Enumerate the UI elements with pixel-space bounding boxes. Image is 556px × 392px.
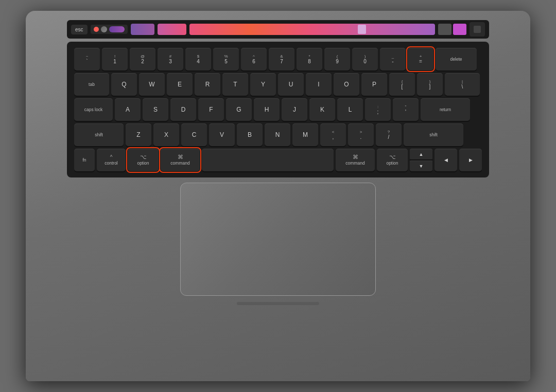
key-a[interactable]: A — [115, 98, 141, 121]
key-option-right[interactable]: ⌥ option — [377, 149, 408, 171]
key-shift-left[interactable]: shift — [74, 123, 124, 146]
key-comma[interactable]: <, — [320, 123, 346, 146]
key-2[interactable]: @2 — [130, 48, 155, 70]
key-4[interactable]: $4 — [185, 48, 211, 70]
key-7[interactable]: &7 — [269, 48, 294, 70]
trackpad[interactable] — [180, 183, 376, 296]
key-8[interactable]: *8 — [297, 48, 322, 70]
key-g[interactable]: G — [226, 98, 252, 121]
key-f[interactable]: F — [198, 98, 224, 121]
key-1[interactable]: !1 — [102, 48, 128, 70]
keyboard-area: ~` !1 @2 #3 $4 %5 ^6 &7 — [67, 42, 489, 177]
key-l[interactable]: L — [337, 98, 363, 121]
key-quote[interactable]: "' — [393, 98, 419, 121]
key-tab[interactable]: tab — [74, 73, 109, 96]
key-p[interactable]: P — [361, 73, 387, 96]
key-space[interactable] — [202, 149, 334, 171]
key-delete[interactable]: delete — [436, 48, 477, 70]
key-y[interactable]: Y — [250, 73, 276, 96]
key-w[interactable]: W — [139, 73, 165, 96]
tb-seg1 — [131, 24, 154, 35]
key-n[interactable]: N — [265, 123, 290, 146]
key-s[interactable]: S — [143, 98, 168, 121]
key-arrow-up[interactable]: ▲ — [410, 149, 432, 159]
key-lbracket[interactable]: {[ — [389, 73, 415, 96]
tb-thumb — [358, 25, 366, 34]
tb-icon — [474, 26, 481, 33]
key-i[interactable]: I — [306, 73, 332, 96]
key-m[interactable]: M — [292, 123, 318, 146]
key-period[interactable]: >. — [348, 123, 374, 146]
key-c[interactable]: C — [181, 123, 207, 146]
tb-slider-icon — [101, 26, 107, 32]
tb-block2 — [453, 24, 466, 35]
key-u[interactable]: U — [278, 73, 304, 96]
key-fn[interactable]: fn — [74, 149, 95, 171]
key-semicolon[interactable]: :; — [365, 98, 391, 121]
tb-small-group — [438, 24, 466, 35]
key-shift-right[interactable]: shift — [404, 123, 463, 146]
tb-controls — [91, 25, 128, 34]
arrow-up-down-column: ▲ ▼ — [410, 149, 432, 171]
asdf-row: caps lock A S D F G H J K L :; "' return — [74, 98, 482, 121]
key-j[interactable]: J — [282, 98, 307, 121]
esc-key[interactable]: esc — [71, 25, 88, 34]
key-b[interactable]: B — [237, 123, 263, 146]
key-arrow-left[interactable]: ◀ — [435, 149, 457, 171]
key-command-left[interactable]: ⌘ command — [161, 149, 200, 171]
bottom-area — [67, 177, 489, 305]
key-r[interactable]: R — [195, 73, 220, 96]
tb-block1 — [438, 24, 451, 35]
zxcv-row: shift Z X C V B N M <, >. ?/ shift — [74, 123, 482, 146]
key-option-left[interactable]: ⌥ option — [128, 149, 159, 171]
tb-seg2 — [158, 24, 186, 35]
key-q[interactable]: Q — [111, 73, 137, 96]
key-capslock[interactable]: caps lock — [74, 98, 113, 121]
tb-right-btn[interactable] — [470, 22, 485, 37]
bottom-bar — [237, 302, 319, 305]
key-t[interactable]: T — [222, 73, 248, 96]
bottom-row: fn ^ control ⌥ option ⌘ command ⌘ comm — [74, 149, 482, 171]
key-control[interactable]: ^ control — [97, 149, 126, 171]
key-backslash[interactable]: |\ — [445, 73, 480, 96]
key-5[interactable]: %5 — [213, 48, 239, 70]
key-9[interactable]: (9 — [324, 48, 350, 70]
key-v[interactable]: V — [209, 123, 235, 146]
key-rbracket[interactable]: }] — [417, 73, 443, 96]
key-plus-equals[interactable]: += — [408, 48, 433, 70]
key-z[interactable]: Z — [126, 123, 151, 146]
tb-gradient-pill — [109, 26, 125, 32]
key-slash[interactable]: ?/ — [376, 123, 402, 146]
key-x[interactable]: X — [153, 123, 179, 146]
key-o[interactable]: O — [334, 73, 359, 96]
key-d[interactable]: D — [170, 98, 196, 121]
key-e[interactable]: E — [167, 73, 193, 96]
touch-bar: esc — [67, 20, 489, 39]
key-return[interactable]: return — [421, 98, 470, 121]
key-6[interactable]: ^6 — [241, 48, 267, 70]
key-grave[interactable]: ~` — [74, 48, 100, 70]
key-command-right[interactable]: ⌘ command — [336, 149, 375, 171]
qwerty-row: tab Q W E R T Y U I O P {[ }] |\ — [74, 73, 482, 96]
key-minus[interactable]: _- — [380, 48, 406, 70]
number-row: ~` !1 @2 #3 $4 %5 ^6 &7 — [74, 48, 482, 70]
key-h[interactable]: H — [254, 98, 280, 121]
key-3[interactable]: #3 — [158, 48, 183, 70]
tb-red-dot — [94, 27, 99, 32]
tb-main-gradient — [189, 24, 435, 35]
key-0[interactable]: )0 — [352, 48, 378, 70]
key-arrow-down[interactable]: ▼ — [410, 161, 432, 171]
key-k[interactable]: K — [309, 98, 335, 121]
laptop-body: esc ~` !1 — [26, 11, 530, 381]
key-arrow-right[interactable]: ▶ — [459, 149, 482, 171]
